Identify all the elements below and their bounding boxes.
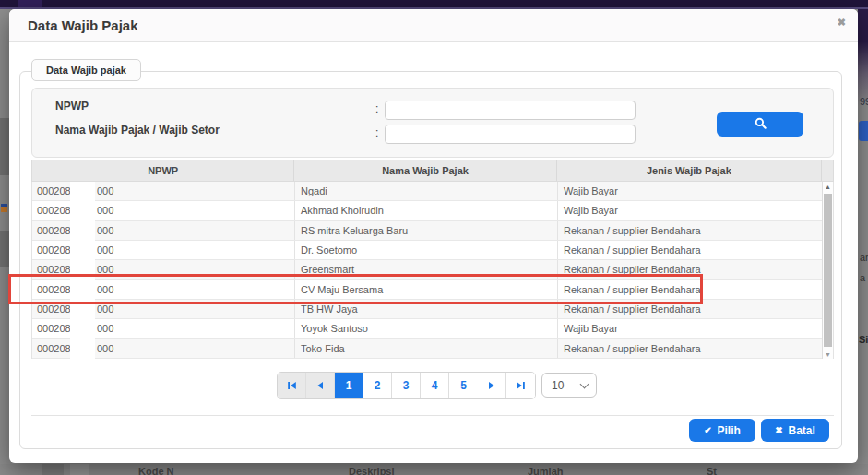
pagination-last-button[interactable] [506, 373, 535, 398]
table-row[interactable]: 00020881000Yoyok SantosoWajib Bayar [32, 319, 833, 338]
backdrop-column-fragment: Deskripsi [349, 466, 395, 475]
pilih-button[interactable]: ✔ Pilih [689, 419, 755, 442]
panel-divider [31, 415, 834, 416]
batal-button[interactable]: ✖ Batal [761, 419, 829, 442]
table-row[interactable]: 00020881000Akhmad KhoirudinWajib Bayar [32, 201, 833, 220]
page-button-2[interactable]: 2 [363, 373, 392, 398]
type-cell: Wajib Bayar [558, 201, 824, 220]
name-cell: RS mitra Keluarga Baru [295, 221, 558, 240]
scrollbar-thumb[interactable] [824, 194, 832, 347]
search-form: NPWP Nama Wajib Pajak / Wajib Setor : : [31, 88, 834, 158]
page-size-select[interactable]: 10 [541, 373, 597, 398]
page-button-5[interactable]: 5 [449, 373, 478, 398]
backdrop-right [858, 9, 868, 475]
npwp-suffix: 000 [97, 244, 113, 255]
nama-input[interactable] [385, 125, 636, 144]
modal-title: Data Wajib Pajak [28, 18, 138, 33]
page-button-3[interactable]: 3 [392, 373, 421, 398]
npwp-suffix: 000 [97, 225, 113, 236]
tab-data-wajib-pajak[interactable]: Data Wajib pajak [31, 59, 141, 81]
table-header: NPWP Nama Wajib Pajak Jenis Wajib Pajak [31, 160, 834, 182]
backdrop-fragment-a: a [860, 272, 865, 283]
npwp-suffix: 000 [97, 343, 113, 354]
tab-panel: Data Wajib pajak NPWP Nama Wajib Pajak /… [19, 71, 842, 449]
npwp-input[interactable] [385, 101, 636, 120]
backdrop-fragment-ar: ar [860, 252, 868, 263]
highlight-box [8, 274, 703, 304]
close-icon[interactable]: ✖ [838, 17, 846, 29]
name-cell: Toko Fida [295, 339, 558, 358]
batal-label: Batal [789, 424, 815, 437]
column-header-nama: Nama Wajib Pajak [294, 160, 556, 181]
colon: : [375, 102, 378, 115]
backdrop-left-block [0, 231, 9, 267]
scroll-up-icon[interactable]: ▲ [823, 184, 833, 190]
npwp-suffix: 000 [97, 323, 113, 334]
search-icon [755, 117, 767, 132]
column-header-npwp: NPWP [32, 160, 294, 181]
table-row[interactable]: 00020881000NgadiWajib Bayar [32, 182, 833, 201]
pagination-next-button[interactable] [478, 373, 506, 398]
table-row[interactable]: 00020881000Toko FidaRekanan / supplier B… [32, 339, 833, 359]
search-button[interactable] [717, 112, 803, 137]
name-cell: Ngadi [295, 182, 558, 200]
backdrop-fragment-si: Si [859, 334, 868, 345]
colon: : [375, 126, 378, 139]
table-scrollbar[interactable]: ▲ ▼ [822, 182, 833, 359]
screen: 99 ar a Si Kode N Deskripsi Jumlah St Da… [0, 0, 868, 475]
data-wajib-pajak-modal: Data Wajib Pajak ✖ Data Wajib pajak NPWP… [9, 9, 858, 463]
type-cell: Wajib Bayar [558, 319, 824, 338]
page-button-4[interactable]: 4 [421, 373, 449, 398]
header-scroll-corner [822, 160, 833, 181]
backdrop-button-fragment [859, 121, 868, 141]
backdrop-fragment-number: 99 [860, 96, 868, 107]
page-size-value: 10 [552, 379, 564, 392]
scroll-down-icon[interactable]: ▼ [823, 351, 833, 358]
backdrop-column-fragment: St [707, 466, 717, 475]
backdrop-bottom-square [42, 464, 64, 475]
name-cell: Akhmad Khoirudin [295, 201, 558, 220]
type-cell: Rekanan / supplier Bendahara [558, 339, 824, 358]
table-row[interactable]: 00020881000RS mitra Keluarga BaruRekanan… [32, 221, 833, 241]
npwp-label: NPWP [55, 100, 89, 113]
pagination-first-button[interactable] [278, 373, 306, 398]
name-cell: Dr. Soetomo [295, 241, 558, 259]
pilih-label: Pilih [718, 424, 741, 437]
cross-icon: ✖ [775, 425, 782, 435]
table-body: 00020881000NgadiWajib Bayar00020881000Ak… [31, 182, 834, 359]
page-buttons: 12345 [335, 373, 478, 398]
table-row[interactable]: 00020881000Dr. SoetomoRekanan / supplier… [32, 241, 833, 260]
pagination-prev-button[interactable] [306, 373, 335, 398]
backdrop-left-block [0, 118, 9, 175]
backdrop-column-fragment: Kode N [138, 466, 174, 475]
type-cell: Rekanan / supplier Bendahara [558, 221, 824, 240]
name-cell: Yoyok Santoso [295, 319, 558, 338]
backdrop-left-logo [1, 204, 7, 212]
type-cell: Rekanan / supplier Bendahara [558, 241, 824, 259]
page-button-1[interactable]: 1 [335, 373, 363, 398]
npwp-suffix: 000 [97, 185, 113, 196]
backdrop-column-fragment: Jumlah [528, 466, 564, 475]
column-header-jenis: Jenis Wajib Pajak [557, 160, 822, 181]
npwp-suffix: 000 [97, 205, 113, 216]
backdrop-bottom: Kode N Deskripsi Jumlah St [0, 464, 868, 475]
type-cell: Wajib Bayar [558, 182, 824, 200]
redaction-overlay [70, 182, 95, 359]
check-icon: ✔ [704, 425, 711, 435]
nama-label: Nama Wajib Pajak / Wajib Setor [55, 124, 220, 137]
background-navbar-item [18, 0, 42, 7]
modal-header: Data Wajib Pajak ✖ [9, 9, 858, 42]
taxpayer-table: NPWP Nama Wajib Pajak Jenis Wajib Pajak … [31, 160, 834, 359]
npwp-suffix: 000 [97, 303, 113, 315]
pagination: 12345 [277, 372, 536, 399]
backdrop-bottom-square [70, 464, 89, 475]
chevron-down-icon [580, 380, 589, 389]
